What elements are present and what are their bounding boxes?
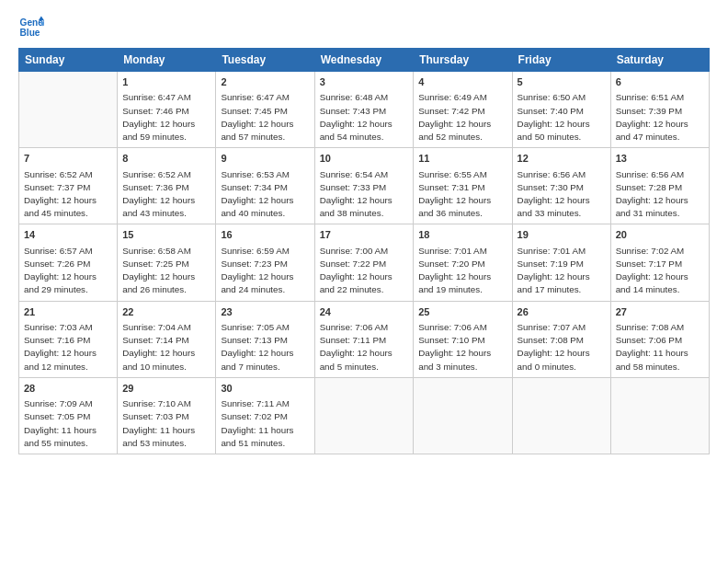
calendar-cell: 15Sunrise: 6:58 AM Sunset: 7:25 PM Dayli… — [118, 224, 216, 301]
weekday-header-saturday: Saturday — [610, 49, 709, 72]
calendar-cell: 20Sunrise: 7:02 AM Sunset: 7:17 PM Dayli… — [610, 224, 709, 301]
day-number: 22 — [122, 305, 210, 319]
day-info: Sunrise: 6:55 AM Sunset: 7:31 PM Dayligh… — [418, 168, 506, 221]
day-number: 13 — [616, 152, 704, 166]
day-info: Sunrise: 6:56 AM Sunset: 7:28 PM Dayligh… — [616, 168, 704, 221]
calendar-cell — [414, 377, 512, 454]
day-info: Sunrise: 7:08 AM Sunset: 7:06 PM Dayligh… — [616, 321, 704, 373]
day-number: 5 — [518, 75, 606, 89]
day-info: Sunrise: 6:56 AM Sunset: 7:30 PM Dayligh… — [518, 168, 606, 221]
day-number: 25 — [418, 305, 506, 319]
calendar-cell: 14Sunrise: 6:57 AM Sunset: 7:26 PM Dayli… — [19, 224, 118, 301]
day-number: 19 — [518, 228, 606, 242]
day-number: 11 — [418, 152, 506, 166]
day-info: Sunrise: 7:02 AM Sunset: 7:17 PM Dayligh… — [616, 245, 704, 297]
calendar-cell: 25Sunrise: 7:06 AM Sunset: 7:10 PM Dayli… — [414, 301, 512, 377]
day-info: Sunrise: 7:01 AM Sunset: 7:20 PM Dayligh… — [418, 245, 506, 297]
day-number: 24 — [320, 305, 409, 319]
calendar-cell: 30Sunrise: 7:11 AM Sunset: 7:02 PM Dayli… — [216, 377, 314, 454]
page-container: General Blue SundayMondayTuesdayWednesda… — [0, 0, 728, 464]
day-number: 29 — [122, 382, 210, 396]
day-number: 27 — [616, 305, 704, 319]
weekday-header-thursday: Thursday — [414, 49, 512, 72]
calendar-cell: 3Sunrise: 6:48 AM Sunset: 7:43 PM Daylig… — [314, 72, 414, 148]
day-info: Sunrise: 6:57 AM Sunset: 7:26 PM Dayligh… — [24, 245, 112, 297]
day-info: Sunrise: 6:47 AM Sunset: 7:46 PM Dayligh… — [122, 91, 210, 144]
day-number: 30 — [221, 382, 309, 396]
header: General Blue — [18, 15, 710, 40]
calendar-cell: 24Sunrise: 7:06 AM Sunset: 7:11 PM Dayli… — [314, 301, 414, 377]
day-number: 17 — [320, 228, 409, 242]
calendar-cell: 16Sunrise: 6:59 AM Sunset: 7:23 PM Dayli… — [216, 224, 314, 301]
calendar-cell: 6Sunrise: 6:51 AM Sunset: 7:39 PM Daylig… — [610, 72, 709, 148]
weekday-header-friday: Friday — [512, 49, 610, 72]
day-number: 21 — [24, 305, 112, 319]
calendar-cell: 28Sunrise: 7:09 AM Sunset: 7:05 PM Dayli… — [19, 377, 118, 454]
weekday-header-wednesday: Wednesday — [314, 49, 414, 72]
calendar-week-5: 28Sunrise: 7:09 AM Sunset: 7:05 PM Dayli… — [19, 377, 710, 454]
day-number: 23 — [221, 305, 309, 319]
calendar-table: SundayMondayTuesdayWednesdayThursdayFrid… — [18, 48, 710, 454]
day-info: Sunrise: 6:52 AM Sunset: 7:37 PM Dayligh… — [24, 168, 112, 221]
day-info: Sunrise: 7:05 AM Sunset: 7:13 PM Dayligh… — [221, 321, 309, 373]
calendar-cell: 22Sunrise: 7:04 AM Sunset: 7:14 PM Dayli… — [118, 301, 216, 377]
day-number: 3 — [320, 75, 409, 89]
calendar-cell: 26Sunrise: 7:07 AM Sunset: 7:08 PM Dayli… — [512, 301, 610, 377]
day-number: 4 — [418, 75, 506, 89]
day-number: 2 — [221, 75, 309, 89]
day-number: 15 — [122, 228, 210, 242]
day-info: Sunrise: 7:06 AM Sunset: 7:10 PM Dayligh… — [418, 321, 506, 373]
calendar-cell: 13Sunrise: 6:56 AM Sunset: 7:28 PM Dayli… — [610, 148, 709, 224]
calendar-cell: 27Sunrise: 7:08 AM Sunset: 7:06 PM Dayli… — [610, 301, 709, 377]
day-info: Sunrise: 6:59 AM Sunset: 7:23 PM Dayligh… — [221, 245, 309, 297]
day-info: Sunrise: 7:09 AM Sunset: 7:05 PM Dayligh… — [24, 397, 112, 450]
day-info: Sunrise: 7:10 AM Sunset: 7:03 PM Dayligh… — [122, 397, 210, 450]
day-info: Sunrise: 7:00 AM Sunset: 7:22 PM Dayligh… — [320, 245, 409, 297]
calendar-cell: 8Sunrise: 6:52 AM Sunset: 7:36 PM Daylig… — [118, 148, 216, 224]
day-number: 28 — [24, 382, 112, 396]
day-info: Sunrise: 7:07 AM Sunset: 7:08 PM Dayligh… — [518, 321, 606, 373]
calendar-cell — [19, 72, 118, 148]
calendar-week-3: 14Sunrise: 6:57 AM Sunset: 7:26 PM Dayli… — [19, 224, 710, 301]
day-info: Sunrise: 6:48 AM Sunset: 7:43 PM Dayligh… — [320, 91, 409, 144]
day-number: 18 — [418, 228, 506, 242]
day-info: Sunrise: 6:54 AM Sunset: 7:33 PM Dayligh… — [320, 168, 409, 221]
day-info: Sunrise: 7:11 AM Sunset: 7:02 PM Dayligh… — [221, 397, 309, 450]
calendar-cell: 10Sunrise: 6:54 AM Sunset: 7:33 PM Dayli… — [314, 148, 414, 224]
calendar-week-1: 1Sunrise: 6:47 AM Sunset: 7:46 PM Daylig… — [19, 72, 710, 148]
day-info: Sunrise: 7:03 AM Sunset: 7:16 PM Dayligh… — [24, 321, 112, 373]
day-number: 16 — [221, 228, 309, 242]
logo-icon: General Blue — [18, 15, 44, 40]
day-number: 9 — [221, 152, 309, 166]
calendar-cell — [610, 377, 709, 454]
day-info: Sunrise: 6:50 AM Sunset: 7:40 PM Dayligh… — [518, 91, 606, 144]
calendar-cell: 4Sunrise: 6:49 AM Sunset: 7:42 PM Daylig… — [414, 72, 512, 148]
weekday-header-monday: Monday — [118, 49, 216, 72]
svg-text:Blue: Blue — [20, 28, 40, 38]
calendar-cell: 18Sunrise: 7:01 AM Sunset: 7:20 PM Dayli… — [414, 224, 512, 301]
day-number: 26 — [518, 305, 606, 319]
calendar-cell: 1Sunrise: 6:47 AM Sunset: 7:46 PM Daylig… — [118, 72, 216, 148]
logo: General Blue — [18, 15, 48, 40]
calendar-cell: 23Sunrise: 7:05 AM Sunset: 7:13 PM Dayli… — [216, 301, 314, 377]
calendar-cell: 21Sunrise: 7:03 AM Sunset: 7:16 PM Dayli… — [19, 301, 118, 377]
day-number: 10 — [320, 152, 409, 166]
calendar-cell: 5Sunrise: 6:50 AM Sunset: 7:40 PM Daylig… — [512, 72, 610, 148]
day-info: Sunrise: 6:51 AM Sunset: 7:39 PM Dayligh… — [616, 91, 704, 144]
calendar-header-row: SundayMondayTuesdayWednesdayThursdayFrid… — [19, 49, 710, 72]
calendar-week-4: 21Sunrise: 7:03 AM Sunset: 7:16 PM Dayli… — [19, 301, 710, 377]
weekday-header-tuesday: Tuesday — [216, 49, 314, 72]
day-info: Sunrise: 6:58 AM Sunset: 7:25 PM Dayligh… — [122, 245, 210, 297]
weekday-header-sunday: Sunday — [19, 49, 118, 72]
calendar-cell: 12Sunrise: 6:56 AM Sunset: 7:30 PM Dayli… — [512, 148, 610, 224]
day-number: 12 — [518, 152, 606, 166]
calendar-cell: 7Sunrise: 6:52 AM Sunset: 7:37 PM Daylig… — [19, 148, 118, 224]
calendar-cell: 11Sunrise: 6:55 AM Sunset: 7:31 PM Dayli… — [414, 148, 512, 224]
day-number: 8 — [122, 152, 210, 166]
day-info: Sunrise: 6:52 AM Sunset: 7:36 PM Dayligh… — [122, 168, 210, 221]
calendar-week-2: 7Sunrise: 6:52 AM Sunset: 7:37 PM Daylig… — [19, 148, 710, 224]
day-info: Sunrise: 6:53 AM Sunset: 7:34 PM Dayligh… — [221, 168, 309, 221]
day-info: Sunrise: 7:04 AM Sunset: 7:14 PM Dayligh… — [122, 321, 210, 373]
day-number: 6 — [616, 75, 704, 89]
day-number: 7 — [24, 152, 112, 166]
